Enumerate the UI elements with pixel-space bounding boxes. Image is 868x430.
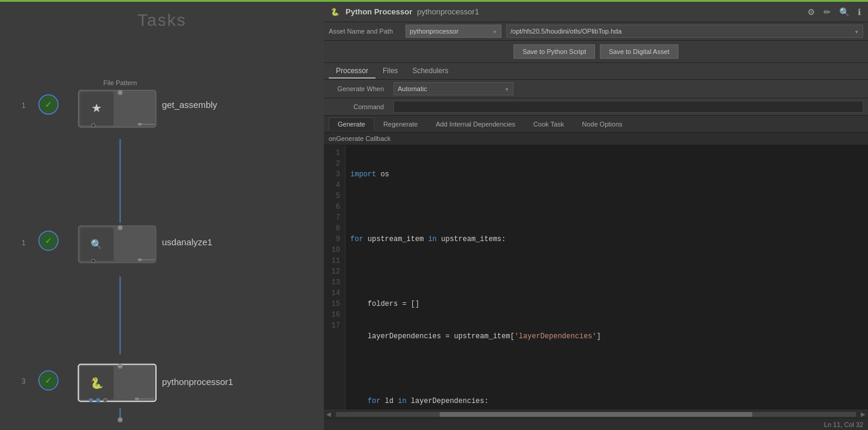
python-icon: 🐍 xyxy=(329,6,341,18)
main-tabs-row: Processor Files Schedulers xyxy=(324,63,868,80)
svg-rect-13 xyxy=(138,123,142,125)
svg-text:✓: ✓ xyxy=(45,100,52,109)
svg-point-43 xyxy=(118,417,122,422)
svg-text:File Pattern: File Pattern xyxy=(103,79,137,86)
tasks-label: Tasks xyxy=(137,11,187,30)
svg-text:get_assembly: get_assembly xyxy=(162,100,218,110)
command-input[interactable] xyxy=(394,101,863,113)
svg-text:★: ★ xyxy=(91,101,102,115)
svg-point-12 xyxy=(91,124,95,127)
node-graph: 1 ✓ ★ File Pattern get_assembly 1 ✓ xyxy=(0,2,324,430)
horizontal-scrollbar[interactable]: ◀ ▶ xyxy=(324,410,868,418)
svg-point-38 xyxy=(96,398,100,402)
svg-point-25 xyxy=(91,259,95,263)
command-label: Command xyxy=(329,103,389,110)
node-name-label: pythonprocessor1 xyxy=(417,7,479,16)
svg-text:1: 1 xyxy=(22,239,26,247)
panel-title: Python Processor xyxy=(346,7,412,16)
svg-text:✓: ✓ xyxy=(45,236,52,245)
sub-tab-cook-task[interactable]: Cook Task xyxy=(524,118,573,131)
left-panel: Tasks 1 ✓ ★ File Pattern xyxy=(0,2,324,430)
sub-tab-regenerate[interactable]: Regenerate xyxy=(374,118,427,131)
svg-text:1: 1 xyxy=(22,101,26,110)
sub-tab-node-options[interactable]: Node Options xyxy=(573,118,631,131)
info-icon[interactable]: ℹ xyxy=(855,6,863,18)
tab-schedulers[interactable]: Schedulers xyxy=(405,64,455,79)
line-numbers: 12345 678910 1112131415 1617 xyxy=(324,145,346,410)
generate-when-row: Generate When Automatic xyxy=(324,80,868,98)
sub-tab-generate[interactable]: Generate xyxy=(329,118,374,131)
gear-icon[interactable]: ⚙ xyxy=(805,6,818,18)
svg-text:3: 3 xyxy=(22,377,26,386)
svg-point-11 xyxy=(118,90,122,95)
asset-path-value: /opt/hfs20.5/houdini/otls/OPlibTop.hda xyxy=(510,28,621,35)
tab-processor[interactable]: Processor xyxy=(329,64,376,79)
h-scrollbar-thumb[interactable] xyxy=(440,412,752,417)
edit-icon[interactable]: ✏ xyxy=(821,6,833,18)
scroll-right-icon[interactable]: ▶ xyxy=(858,411,868,417)
asset-name-chevron xyxy=(492,28,497,35)
generate-when-dropdown[interactable]: Automatic xyxy=(394,82,513,95)
svg-text:🐍: 🐍 xyxy=(90,377,104,390)
svg-text:🔍: 🔍 xyxy=(91,239,103,250)
command-row: Command xyxy=(324,98,868,116)
asset-path-chevron xyxy=(854,28,859,35)
asset-name-dropdown[interactable]: pythonprocessor xyxy=(406,25,501,38)
search-icon[interactable]: 🔍 xyxy=(837,6,852,18)
svg-point-24 xyxy=(118,225,122,230)
asset-label: Asset Name and Path xyxy=(329,28,401,35)
right-panel: 🐍 Python Processor pythonprocessor1 ⚙ ✏ … xyxy=(324,2,868,430)
svg-rect-40 xyxy=(135,398,139,400)
sub-tabs-row: Generate Regenerate Add Internal Depende… xyxy=(324,116,868,133)
status-bar: Ln 11, Col 32 xyxy=(324,418,868,430)
asset-path-field[interactable]: /opt/hfs20.5/houdini/otls/OPlibTop.hda xyxy=(506,25,863,38)
code-lines[interactable]: import os for upstream_item in upstream_… xyxy=(346,145,868,410)
scroll-left-icon[interactable]: ◀ xyxy=(324,411,334,417)
header-bar: 🐍 Python Processor pythonprocessor1 ⚙ ✏ … xyxy=(324,2,868,22)
code-header: onGenerate Callback xyxy=(324,133,868,145)
save-row: Save to Python Script Save to Digital As… xyxy=(324,41,868,63)
header-icons: ⚙ ✏ 🔍 ℹ xyxy=(805,6,863,18)
tab-files[interactable]: Files xyxy=(376,64,405,79)
svg-text:✓: ✓ xyxy=(45,375,52,385)
svg-point-39 xyxy=(103,398,107,402)
h-scrollbar-track[interactable] xyxy=(336,412,856,417)
svg-point-37 xyxy=(89,398,93,402)
svg-text:pythonprocessor1: pythonprocessor1 xyxy=(162,377,233,387)
svg-rect-26 xyxy=(138,258,142,261)
svg-text:usdanalyze1: usdanalyze1 xyxy=(162,237,212,247)
sub-tab-add-deps[interactable]: Add Internal Dependencies xyxy=(427,118,524,131)
generate-when-chevron xyxy=(504,85,509,92)
save-python-btn[interactable]: Save to Python Script xyxy=(513,44,595,59)
status-text: Ln 11, Col 32 xyxy=(824,421,863,428)
callback-label: onGenerate Callback xyxy=(329,135,391,142)
generate-when-label: Generate When xyxy=(329,85,389,92)
asset-row: Asset Name and Path pythonprocessor /opt… xyxy=(324,22,868,41)
code-editor[interactable]: 12345 678910 1112131415 1617 import os f… xyxy=(324,145,868,410)
save-digital-btn[interactable]: Save to Digital Asset xyxy=(600,44,678,59)
asset-name-value: pythonprocessor xyxy=(410,28,458,35)
generate-when-value: Automatic xyxy=(398,85,427,92)
svg-point-36 xyxy=(118,363,122,368)
